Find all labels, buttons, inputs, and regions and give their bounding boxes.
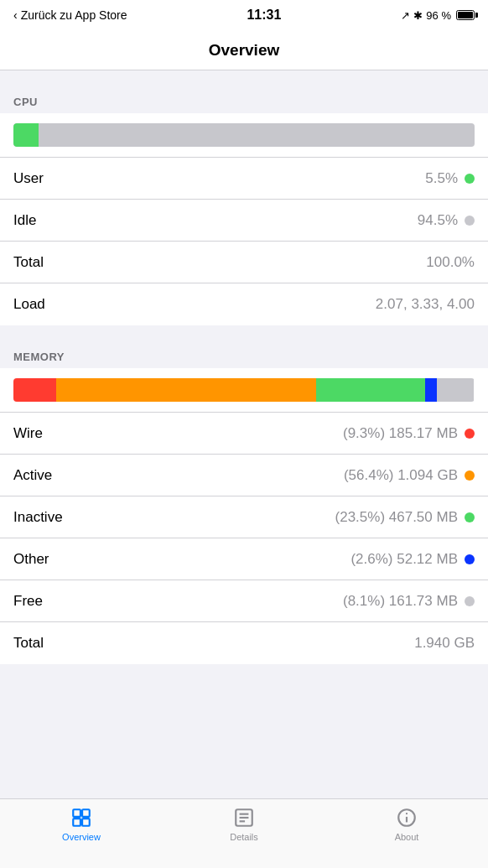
row-label: Free [13,593,43,610]
details-icon [232,806,256,829]
status-indicators: ↗ ✱ 96 % [401,9,475,22]
cpu-bar-group [0,113,488,158]
about-icon [395,806,418,829]
row-value: (8.1%) 161.73 MB [343,593,475,610]
nav-bar: Overview [0,30,488,70]
status-dot [465,470,475,481]
table-row: Active (56.4%) 1.094 GB [0,455,488,496]
cpu-rows: User 5.5% Idle 94.5% Total 100.0% Load 2… [0,158,488,325]
svg-rect-3 [82,819,90,826]
tab-about[interactable]: About [325,806,488,842]
row-label: Inactive [13,509,63,526]
row-label: Idle [13,212,36,229]
svg-rect-0 [73,809,80,817]
memory-bar-segment [425,378,437,402]
memory-bar-segment [56,378,316,402]
row-value: (9.3%) 185.17 MB [343,425,475,442]
memory-spacer [0,325,488,342]
row-value: 2.07, 3.33, 4.00 [376,296,475,313]
tab-label: Details [230,832,258,842]
cpu-spacer [0,70,488,87]
table-row: Free (8.1%) 161.73 MB [0,580,488,622]
table-row: Total 1.940 GB [0,622,488,664]
memory-bar-group [0,368,488,413]
row-value: (56.4%) 1.094 GB [344,467,475,484]
row-label: Other [13,551,49,568]
table-row: Load 2.07, 3.33, 4.00 [0,283,488,325]
cpu-bar [13,123,475,147]
row-value: 1.940 GB [414,635,475,652]
row-label: Total [13,635,44,652]
memory-progress-container [0,368,488,413]
memory-rows: Wire (9.3%) 185.17 MB Active (56.4%) 1.0… [0,413,488,664]
row-value: (2.6%) 52.12 MB [350,551,475,568]
battery-percent: 96 % [426,9,451,22]
status-bar: ‹ Zurück zu App Store 11:31 ↗ ✱ 96 % [0,0,488,30]
memory-bar-segment [316,378,424,402]
table-row: Idle 94.5% [0,200,488,242]
table-row: Inactive (23.5%) 467.50 MB [0,496,488,538]
status-time: 11:31 [247,8,281,23]
status-dot [465,512,475,522]
row-label: Load [13,296,45,313]
tab-label: Overview [62,832,101,842]
memory-bar [13,378,475,402]
svg-point-10 [406,813,407,814]
row-value: (23.5%) 467.50 MB [335,509,475,526]
cpu-section-header: CPU [0,87,488,113]
svg-rect-1 [82,809,90,817]
row-value: 100.0% [426,254,475,271]
memory-bar-segment [437,378,475,402]
status-dot [465,429,475,439]
table-row: Other (2.6%) 52.12 MB [0,538,488,580]
tab-bar: Overview Details About [0,798,488,868]
status-dot [465,174,475,184]
table-row: Wire (9.3%) 185.17 MB [0,413,488,455]
back-button[interactable]: ‹ Zurück zu App Store [13,8,127,22]
memory-bar-segment [13,378,56,402]
table-row: Total 100.0% [0,242,488,283]
svg-rect-2 [73,819,80,826]
content-area: CPU User 5.5% Idle 94.5% Total 100.0% Lo… [0,70,488,734]
row-label: Total [13,254,44,271]
row-value: 94.5% [418,212,475,229]
tab-label: About [395,832,419,842]
tab-overview[interactable]: Overview [0,806,163,842]
row-label: User [13,170,44,187]
row-label: Wire [13,425,43,442]
status-dot [465,216,475,226]
status-dot [465,596,475,606]
bluetooth-icon: ✱ [413,9,423,22]
row-value: 5.5% [425,170,475,187]
cpu-bar-fill [13,123,39,147]
location-icon: ↗ [401,9,410,22]
row-label: Active [13,467,52,484]
tab-details[interactable]: Details [163,806,325,842]
memory-section-header: MEMORY [0,342,488,368]
back-label: Zurück zu App Store [21,8,127,22]
table-row: User 5.5% [0,158,488,200]
battery-icon [456,10,475,20]
chevron-left-icon: ‹ [13,8,18,22]
status-dot [465,554,475,564]
overview-icon [70,806,93,829]
cpu-progress-container [0,113,488,158]
page-title: Overview [209,41,280,60]
